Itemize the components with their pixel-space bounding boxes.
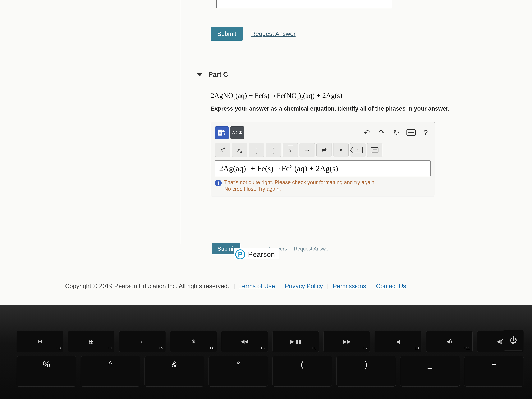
fn-key-f6[interactable]: ☀F6 xyxy=(170,331,217,352)
editor-toolbar-top: ΑΣΦ ↶ ↷ ↻ ? xyxy=(215,126,431,139)
equation-editor: ΑΣΦ ↶ ↷ ↻ ? xa xb ab ab x → ⇌ • × 2Ag(aq… xyxy=(211,122,435,196)
backspace-button[interactable]: × xyxy=(350,143,366,157)
answer-field-previous[interactable] xyxy=(216,0,392,8)
fn-key-f5[interactable]: ☼F5 xyxy=(119,331,165,352)
dot-button[interactable]: • xyxy=(333,143,348,157)
power-key[interactable]: ⏻ xyxy=(503,330,524,350)
pearson-name: Pearson xyxy=(248,250,275,259)
request-answer-link-lower[interactable]: Request Answer xyxy=(294,246,330,252)
pearson-logo-icon: P xyxy=(235,249,245,259)
subscript-button[interactable]: xb xyxy=(232,143,247,157)
xbar-button[interactable]: x xyxy=(283,143,298,157)
fn-key-f9[interactable]: ▶▶F9 xyxy=(323,331,370,352)
submit-button[interactable]: Submit xyxy=(211,27,243,41)
terms-link[interactable]: Terms of Use xyxy=(239,283,275,289)
equilibrium-button[interactable]: ⇌ xyxy=(317,143,332,157)
num-key[interactable]: % xyxy=(17,356,76,386)
num-key[interactable]: ( xyxy=(272,356,332,386)
superscript-button[interactable]: xa xyxy=(215,143,230,157)
greek-symbols-button[interactable]: ΑΣΦ xyxy=(230,126,244,139)
fraction-italic-button[interactable]: ab xyxy=(266,143,281,157)
num-key[interactable]: + xyxy=(464,356,524,386)
arrow-button[interactable]: → xyxy=(299,143,315,157)
fn-key-f10[interactable]: ◀F10 xyxy=(375,331,421,352)
permissions-link[interactable]: Permissions xyxy=(333,283,366,289)
redo-icon[interactable]: ↷ xyxy=(377,128,386,137)
reset-icon[interactable]: ↻ xyxy=(392,128,401,137)
feedback-icon: ! xyxy=(215,180,222,186)
fn-key-f11[interactable]: ◀)F11 xyxy=(426,331,473,352)
num-key[interactable]: _ xyxy=(400,356,460,386)
feedback-row: ! That's not quite right. Please check y… xyxy=(215,179,431,192)
laptop-keyboard: ⊞F3▦F4☼F5☀F6◀◀F7▶ ▮▮F8▶▶F9◀F10◀)F11◀))F1… xyxy=(0,305,532,399)
part-label: Part C xyxy=(208,71,228,78)
request-answer-link[interactable]: Request Answer xyxy=(251,30,296,37)
fn-key-f4[interactable]: ▦F4 xyxy=(68,331,114,352)
fn-key-f3[interactable]: ⊞F3 xyxy=(17,331,63,352)
pearson-brand: P Pearson xyxy=(234,248,279,259)
copyright-text: Copyright © 2019 Pearson Education Inc. … xyxy=(65,283,229,289)
fn-key-f7[interactable]: ◀◀F7 xyxy=(221,331,268,352)
editor-toolbar-symbols: xa xb ab ab x → ⇌ • × xyxy=(215,143,431,157)
num-key[interactable]: & xyxy=(145,356,204,386)
keyboard-icon[interactable] xyxy=(406,128,416,137)
num-key[interactable]: ^ xyxy=(81,356,140,386)
templates-button[interactable] xyxy=(215,126,229,139)
collapse-caret-icon[interactable] xyxy=(197,73,203,76)
keyboard-small-button[interactable] xyxy=(367,143,382,157)
num-key[interactable]: ) xyxy=(336,356,396,386)
footer: Copyright © 2019 Pearson Education Inc. … xyxy=(65,283,406,290)
section-divider xyxy=(180,0,180,244)
answer-input[interactable]: 2Ag(aq)+ + Fe(s)→Fe2+(aq) + 2Ag(s) xyxy=(215,160,431,176)
instructions-text: Express your answer as a chemical equati… xyxy=(211,105,450,112)
num-key[interactable]: * xyxy=(209,356,268,386)
feedback-text: That's not quite right. Please check you… xyxy=(224,179,376,192)
privacy-link[interactable]: Privacy Policy xyxy=(285,283,323,289)
undo-icon[interactable]: ↶ xyxy=(362,128,372,137)
fn-key-f8[interactable]: ▶ ▮▮F8 xyxy=(272,331,319,352)
contact-link[interactable]: Contact Us xyxy=(376,283,406,289)
given-equation: 2AgNO3(aq) + Fe(s)→Fe(NO3)2(aq) + 2Ag(s) xyxy=(211,91,342,101)
help-icon[interactable]: ? xyxy=(421,128,431,137)
fraction-button[interactable]: ab xyxy=(249,143,264,157)
